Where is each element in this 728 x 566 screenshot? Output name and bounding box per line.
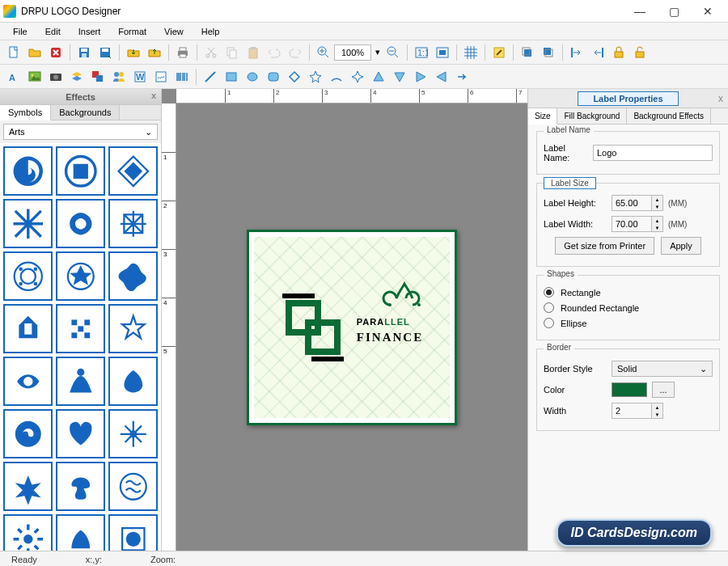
label-height-input[interactable]: 65.00▲▼ (612, 195, 663, 211)
tab-fill-background[interactable]: Fill Background (557, 108, 627, 124)
menu-insert[interactable]: Insert (70, 25, 109, 38)
arrow-tool-icon[interactable] (454, 68, 472, 86)
symbol-item[interactable] (56, 409, 105, 458)
symbol-item[interactable] (56, 462, 105, 511)
symbol-item[interactable] (56, 146, 105, 196)
print-icon[interactable] (174, 44, 192, 61)
spin-up-icon[interactable]: ▲ (651, 196, 662, 203)
shape-option-ellipse[interactable]: Ellipse (544, 318, 713, 328)
logo-mark[interactable] (281, 295, 345, 360)
menu-help[interactable]: Help (193, 25, 228, 38)
menu-edit[interactable]: Edit (37, 25, 69, 38)
label-canvas[interactable]: PARALLEL FINANCE (247, 230, 457, 425)
tab-size[interactable]: Size (528, 108, 557, 125)
line-tool-icon[interactable] (201, 68, 219, 86)
image-tool-icon[interactable] (26, 68, 44, 86)
import-icon[interactable] (125, 44, 142, 61)
spin-down-icon[interactable]: ▼ (651, 203, 662, 210)
triangle-right-icon[interactable] (412, 68, 430, 86)
cut-icon[interactable] (202, 44, 220, 61)
spin-down-icon[interactable]: ▼ (651, 411, 662, 418)
symbol-item[interactable] (108, 146, 158, 196)
arc-icon[interactable] (328, 68, 345, 86)
shape-option-rectangle[interactable]: Rectangle (544, 287, 713, 298)
symbol-item[interactable] (108, 462, 158, 511)
logo-text[interactable]: PARALLEL FINANCE (357, 310, 423, 344)
symbol-item[interactable] (3, 462, 53, 511)
text-tool-icon[interactable]: A (5, 68, 23, 86)
shape-option-rounded-rectangle[interactable]: Rounded Rectangle (544, 302, 713, 313)
users-icon[interactable] (110, 68, 128, 86)
symbol-item[interactable] (56, 304, 105, 353)
align-left-icon[interactable] (568, 44, 586, 61)
minimize-button[interactable]: — (623, 0, 657, 23)
rect-filled-icon[interactable] (222, 68, 240, 86)
symbol-item[interactable] (56, 514, 105, 551)
apply-button[interactable]: Apply (661, 237, 701, 255)
symbol-item[interactable] (3, 357, 53, 406)
export-icon[interactable] (146, 44, 163, 61)
tab-backgrounds[interactable]: Backgrounds (51, 105, 120, 120)
copy-icon[interactable] (223, 44, 241, 61)
camera-icon[interactable] (47, 68, 65, 86)
menu-view[interactable]: View (156, 25, 192, 38)
symbol-item[interactable] (108, 357, 158, 406)
send-back-icon[interactable] (540, 44, 557, 61)
spin-up-icon[interactable]: ▲ (651, 403, 662, 411)
grid-icon[interactable] (462, 44, 480, 61)
symbol-item[interactable] (56, 199, 105, 248)
spin-down-icon[interactable]: ▼ (651, 224, 662, 231)
diamond-icon[interactable] (286, 68, 303, 86)
border-color-swatch[interactable] (612, 382, 647, 397)
symbol-item[interactable] (3, 304, 53, 353)
delete-icon[interactable] (47, 44, 65, 61)
zoom-input[interactable] (334, 44, 371, 61)
symbol-item[interactable] (3, 146, 53, 196)
align-right-icon[interactable] (589, 44, 607, 61)
save-icon[interactable] (75, 44, 93, 61)
symbol-item[interactable] (108, 304, 158, 353)
zoom-dropdown-icon[interactable]: ▾ (373, 44, 383, 61)
canvas[interactable]: PARALLEL FINANCE (176, 103, 527, 551)
close-button[interactable]: ✕ (691, 0, 725, 23)
symbol-item[interactable] (108, 251, 158, 301)
label-width-input[interactable]: 70.00▲▼ (612, 216, 663, 232)
edit-tool-icon[interactable] (490, 44, 508, 61)
lock-icon[interactable] (610, 44, 628, 61)
tab-background-effects[interactable]: Background Effects (627, 108, 711, 124)
tab-symbols[interactable]: Symbols (0, 105, 51, 120)
paste-icon[interactable] (244, 44, 262, 61)
menu-format[interactable]: Format (110, 25, 154, 38)
star4-icon[interactable] (349, 68, 366, 86)
star-icon[interactable] (307, 68, 324, 86)
triangle-left-icon[interactable] (433, 68, 451, 86)
symbol-item[interactable] (108, 514, 158, 551)
ellipse-filled-icon[interactable] (243, 68, 261, 86)
actual-size-icon[interactable]: 1:1 (413, 44, 430, 61)
maximize-button[interactable]: ▢ (657, 0, 691, 23)
bring-front-icon[interactable] (518, 44, 536, 61)
word-icon[interactable]: W (131, 68, 149, 86)
label-name-input[interactable] (593, 145, 713, 161)
open-icon[interactable] (26, 44, 44, 61)
border-style-select[interactable]: Solid⌄ (612, 361, 713, 377)
symbol-item[interactable] (3, 514, 53, 551)
properties-close-icon[interactable]: x (718, 93, 723, 104)
get-size-button[interactable]: Get size from Printer (555, 237, 654, 255)
new-icon[interactable] (5, 44, 23, 61)
triangle-up-icon[interactable] (370, 68, 387, 86)
symbol-item[interactable] (3, 251, 53, 301)
symbol-category-select[interactable]: Arts ⌄ (3, 124, 158, 140)
save-as-icon[interactable] (96, 44, 114, 61)
symbol-item[interactable] (3, 199, 53, 248)
unlock-icon[interactable] (631, 44, 649, 61)
symbol-item[interactable] (108, 409, 158, 458)
menu-file[interactable]: File (5, 25, 36, 38)
layers-icon[interactable] (68, 68, 86, 86)
symbol-item[interactable] (108, 199, 158, 248)
zoom-out-icon[interactable] (384, 44, 402, 61)
barcode-icon[interactable] (173, 68, 191, 86)
symbol-item[interactable] (56, 357, 105, 406)
fit-page-icon[interactable] (434, 44, 451, 61)
redo-icon[interactable] (286, 44, 304, 61)
